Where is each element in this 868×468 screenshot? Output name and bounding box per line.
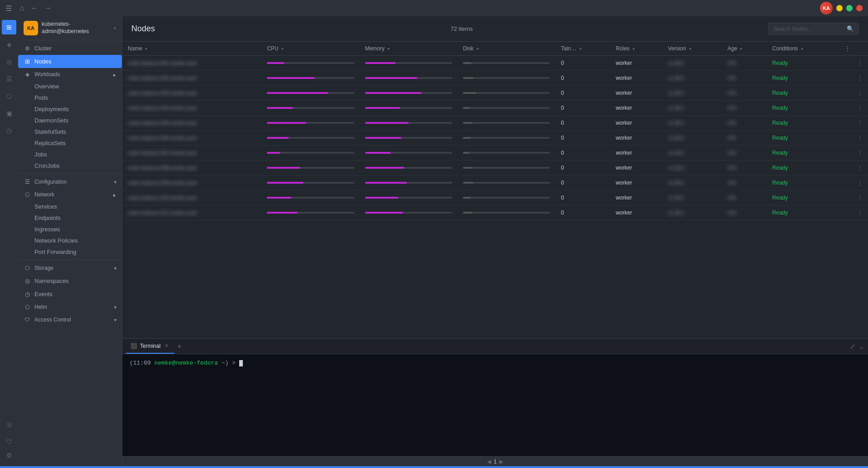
sidebar-item-events-label: Events bbox=[34, 291, 53, 297]
rail-item-item6[interactable]: ▣ bbox=[2, 106, 16, 121]
cell-row-actions[interactable]: ⋮ bbox=[839, 131, 868, 146]
network-chevron-icon: ▲ bbox=[112, 192, 116, 197]
cell-disk bbox=[458, 131, 555, 146]
sidebar-item-deployments[interactable]: Deployments bbox=[18, 103, 122, 115]
col-memory[interactable]: Memory ▾ bbox=[360, 42, 458, 56]
page-next-button[interactable]: ▶ bbox=[499, 458, 503, 465]
cell-roles: worker bbox=[610, 71, 662, 86]
sidebar-item-network-policies[interactable]: Network Policies bbox=[18, 235, 122, 246]
sidebar-item-namespaces-label: Namespaces bbox=[34, 278, 69, 284]
sidebar-item-replicasets[interactable]: ReplicaSets bbox=[18, 137, 122, 149]
sidebar-item-cronjobs[interactable]: CronJobs bbox=[18, 160, 122, 171]
cell-row-actions[interactable]: ⋮ bbox=[839, 101, 868, 116]
cell-row-actions[interactable]: ⋮ bbox=[839, 56, 868, 71]
cell-row-actions[interactable]: ⋮ bbox=[839, 176, 868, 190]
sidebar-item-services[interactable]: Services bbox=[18, 201, 122, 212]
sidebar-item-events[interactable]: ◷ Events bbox=[18, 288, 122, 301]
col-age[interactable]: Age ▾ bbox=[722, 42, 767, 56]
rail-item-item8[interactable]: ◎ bbox=[2, 417, 16, 432]
sidebar-item-workloads[interactable]: ◈ Workloads ▲ bbox=[18, 68, 122, 81]
menu-icon[interactable]: ☰ bbox=[5, 4, 12, 13]
sidebar-item-statefulsets-label: StatefulSets bbox=[34, 128, 66, 135]
rail-item-item3[interactable]: ◎ bbox=[2, 54, 16, 69]
sidebar-item-storage[interactable]: ⬡ Storage ▾ bbox=[18, 262, 122, 274]
cell-cpu bbox=[261, 131, 359, 146]
cell-row-actions[interactable]: ⋮ bbox=[839, 86, 868, 101]
col-name[interactable]: Name ▾ bbox=[122, 42, 261, 56]
sidebar: KA kubernetes-admin@kubernetes ▾ ⚙ Clust… bbox=[18, 16, 122, 466]
cell-row-actions[interactable]: ⋮ bbox=[839, 71, 868, 86]
storage-chevron-icon: ▾ bbox=[114, 266, 116, 271]
sidebar-item-overview-label: Overview bbox=[34, 83, 59, 90]
terminal-collapse-button[interactable]: ⌄ bbox=[859, 343, 864, 350]
sidebar-item-endpoints[interactable]: Endpoints bbox=[18, 212, 122, 224]
home-button[interactable]: ⌂ bbox=[18, 3, 26, 13]
col-roles[interactable]: Roles ▾ bbox=[610, 42, 662, 56]
sidebar-item-jobs[interactable]: Jobs bbox=[18, 149, 122, 160]
cell-cpu bbox=[261, 161, 359, 176]
nodes-table-body: node-instance-001-worker-pool0workerv1.2… bbox=[122, 56, 868, 220]
sidebar-item-network[interactable]: ⬡ Network ▲ bbox=[18, 188, 122, 201]
sidebar-item-pods[interactable]: Pods bbox=[18, 92, 122, 103]
cell-condition: Ready bbox=[767, 101, 840, 116]
col-version[interactable]: Version ▾ bbox=[662, 42, 722, 56]
sidebar-item-configuration[interactable]: ☰ Configuration ▾ bbox=[18, 176, 122, 188]
icon-rail: ⊞ ◈ ◎ ☰ ⬡ ▣ ◷ ◎ 🛡 ⚙ bbox=[0, 16, 18, 466]
sidebar-item-cluster[interactable]: ⚙ Cluster bbox=[18, 42, 122, 55]
taints-sort-icon: ▾ bbox=[579, 46, 582, 51]
cluster-header[interactable]: KA kubernetes-admin@kubernetes ▾ bbox=[18, 16, 122, 40]
terminal-tab[interactable]: ⬛ Terminal ✕ bbox=[126, 339, 174, 354]
avatar[interactable]: KA bbox=[820, 2, 833, 15]
sidebar-item-daemonsets[interactable]: DaemonSets bbox=[18, 115, 122, 126]
terminal-user: nemke@nemke-fedora bbox=[154, 360, 218, 366]
cell-condition: Ready bbox=[767, 131, 840, 146]
sidebar-item-helm-label: Helm bbox=[34, 304, 47, 310]
sidebar-item-nodes[interactable]: ⊞ Nodes bbox=[18, 55, 122, 68]
rail-item-item9[interactable]: 🛡 bbox=[2, 434, 16, 449]
col-cpu[interactable]: CPU ▾ bbox=[261, 42, 359, 56]
page-prev-button[interactable]: ◀ bbox=[487, 458, 491, 465]
cell-row-actions[interactable]: ⋮ bbox=[839, 116, 868, 131]
terminal-expand-button[interactable]: ⤢ bbox=[850, 343, 855, 350]
sidebar-item-ingresses[interactable]: Ingresses bbox=[18, 224, 122, 235]
terminal-close-button[interactable]: ✕ bbox=[163, 342, 170, 349]
sidebar-item-overview[interactable]: Overview bbox=[18, 81, 122, 92]
window-maximize-button[interactable] bbox=[846, 5, 853, 11]
page-title: Nodes bbox=[131, 24, 155, 34]
cell-roles: worker bbox=[610, 146, 662, 161]
cell-row-actions[interactable]: ⋮ bbox=[839, 161, 868, 176]
sidebar-item-namespaces[interactable]: ◎ Namespaces bbox=[18, 274, 122, 288]
rail-item-item2[interactable]: ◈ bbox=[2, 37, 16, 52]
cell-row-actions[interactable]: ⋮ bbox=[839, 146, 868, 161]
col-actions-header[interactable]: ⋮ bbox=[839, 42, 868, 56]
topbar-nav: ⌂ ← → bbox=[18, 3, 53, 13]
cell-row-actions[interactable]: ⋮ bbox=[839, 205, 868, 220]
cell-row-actions[interactable]: ⋮ bbox=[839, 190, 868, 205]
col-disk[interactable]: Disk ▾ bbox=[458, 42, 555, 56]
gear-icon[interactable]: ⚙ bbox=[6, 452, 12, 459]
search-input[interactable] bbox=[773, 26, 844, 32]
col-conditions[interactable]: Conditions ▾ bbox=[767, 42, 840, 56]
back-button[interactable]: ← bbox=[29, 3, 40, 13]
configuration-icon: ☰ bbox=[24, 179, 31, 185]
rail-item-item5[interactable]: ⬡ bbox=[2, 89, 16, 103]
window-close-button[interactable] bbox=[856, 5, 863, 11]
rail-item-item7[interactable]: ◷ bbox=[2, 123, 16, 138]
col-taints[interactable]: Tain… ▾ bbox=[555, 42, 610, 56]
terminal-add-button[interactable]: + bbox=[174, 342, 184, 351]
sidebar-item-port-forwarding-label: Port Forwarding bbox=[34, 249, 76, 255]
sidebar-item-port-forwarding[interactable]: Port Forwarding bbox=[18, 246, 122, 258]
cell-taints: 0 bbox=[555, 71, 610, 86]
search-box[interactable]: 🔍 bbox=[768, 23, 859, 35]
sidebar-item-access-control[interactable]: 🛡 Access Control ▾ bbox=[18, 313, 122, 326]
cell-age: 47d bbox=[722, 146, 767, 161]
rail-item-item4[interactable]: ☰ bbox=[2, 72, 16, 86]
cell-taints: 0 bbox=[555, 146, 610, 161]
nodes-table: Name ▾ CPU ▾ Memory ▾ Disk ▾ Tain… ▾ Rol… bbox=[122, 42, 868, 220]
name-sort-icon: ▾ bbox=[145, 46, 147, 51]
window-minimize-button[interactable] bbox=[836, 5, 843, 11]
sidebar-item-helm[interactable]: ⬡ Helm ▾ bbox=[18, 301, 122, 313]
forward-button[interactable]: → bbox=[43, 3, 53, 13]
sidebar-item-statefulsets[interactable]: StatefulSets bbox=[18, 126, 122, 137]
rail-item-dashboard[interactable]: ⊞ bbox=[2, 20, 16, 34]
